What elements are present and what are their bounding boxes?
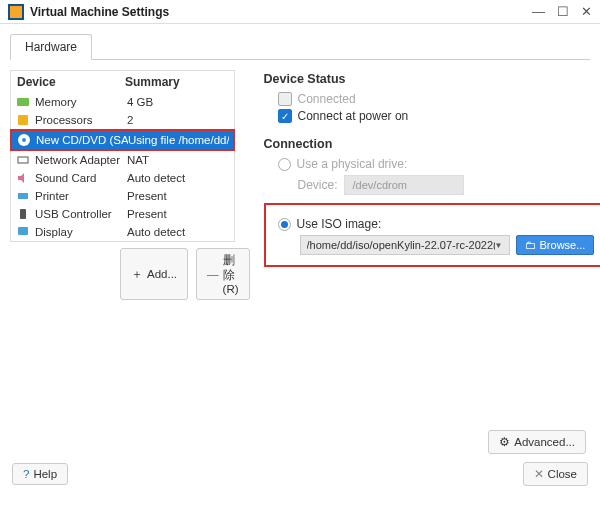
col-summary: Summary xyxy=(125,75,228,89)
close-button[interactable]: ✕Close xyxy=(523,462,588,486)
table-row-selected[interactable]: New CD/DVD (SATA) Using file /home/dd/is… xyxy=(12,131,233,149)
connection-title: Connection xyxy=(264,137,600,151)
iso-highlight: Use ISO image: /home/dd/iso/openKylin-22… xyxy=(264,203,600,267)
svg-rect-1 xyxy=(18,115,28,125)
table-row[interactable]: Display Auto detect xyxy=(11,223,234,241)
vmware-icon xyxy=(8,4,24,20)
iso-label: Use ISO image: xyxy=(297,217,382,231)
svg-rect-8 xyxy=(18,227,28,235)
add-button[interactable]: ＋Add... xyxy=(120,248,188,300)
minus-icon: — xyxy=(207,268,219,280)
table-row[interactable]: USB Controller Present xyxy=(11,205,234,223)
maximize-button[interactable]: ☐ xyxy=(557,4,569,19)
physical-drive-radio[interactable] xyxy=(278,158,291,171)
svg-rect-7 xyxy=(20,209,26,219)
usb-icon xyxy=(15,207,31,221)
device-table: Device Summary Memory 4 GB Processors 2 … xyxy=(10,70,235,242)
table-row[interactable]: Printer Present xyxy=(11,187,234,205)
connect-power-checkbox[interactable]: ✓ xyxy=(278,109,292,123)
connected-checkbox xyxy=(278,92,292,106)
network-icon xyxy=(15,153,31,167)
svg-marker-5 xyxy=(18,173,24,183)
table-row[interactable]: Sound Card Auto detect xyxy=(11,169,234,187)
tab-hardware[interactable]: Hardware xyxy=(10,34,92,60)
svg-rect-4 xyxy=(18,157,28,163)
physical-device-combo: /dev/cdrom xyxy=(344,175,464,195)
tab-bar: Hardware xyxy=(10,34,590,60)
remove-button[interactable]: —删除(R) xyxy=(196,248,249,300)
close-icon: ✕ xyxy=(534,467,544,481)
table-row[interactable]: Memory 4 GB xyxy=(11,93,234,111)
chevron-down-icon: ▼ xyxy=(495,241,503,250)
titlebar: Virtual Machine Settings — ☐ ✕ xyxy=(0,0,600,24)
iso-path-combo[interactable]: /home/dd/iso/openKylin-22.07-rc-2022( ▼ xyxy=(300,235,510,255)
advanced-button[interactable]: ⚙Advanced... xyxy=(488,430,586,454)
device-status-title: Device Status xyxy=(264,72,600,86)
svg-point-3 xyxy=(22,138,26,142)
col-device: Device xyxy=(17,75,125,89)
device-label: Device: xyxy=(298,178,338,192)
plus-icon: ＋ xyxy=(131,267,143,282)
help-button[interactable]: ?Help xyxy=(12,463,68,485)
cd-icon xyxy=(16,133,32,147)
display-icon xyxy=(15,225,31,239)
sound-icon xyxy=(15,171,31,185)
minimize-button[interactable]: — xyxy=(532,4,545,19)
connected-label: Connected xyxy=(298,92,356,106)
svg-rect-6 xyxy=(18,193,28,199)
memory-icon xyxy=(15,95,31,109)
help-icon: ? xyxy=(23,468,29,480)
printer-icon xyxy=(15,189,31,203)
connect-power-label: Connect at power on xyxy=(298,109,409,123)
close-window-button[interactable]: ✕ xyxy=(581,4,592,19)
table-row[interactable]: Network Adapter NAT xyxy=(11,151,234,169)
physical-drive-label: Use a physical drive: xyxy=(297,157,408,171)
gear-icon: ⚙ xyxy=(499,435,510,449)
iso-radio[interactable] xyxy=(278,218,291,231)
browse-button[interactable]: 🗀 Browse... xyxy=(516,235,595,255)
svg-rect-0 xyxy=(17,98,29,106)
folder-icon: 🗀 xyxy=(525,239,536,251)
cpu-icon xyxy=(15,113,31,127)
window-title: Virtual Machine Settings xyxy=(30,5,532,19)
table-row[interactable]: Processors 2 xyxy=(11,111,234,129)
